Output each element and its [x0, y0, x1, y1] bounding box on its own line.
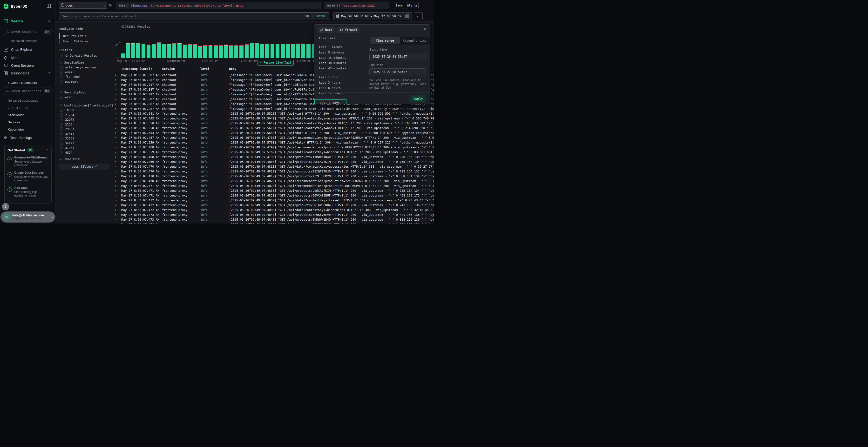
- table-row[interactable]: >May 27 8:50:07.467 AMfrontend-proxyinfo…: [113, 135, 434, 140]
- checkbox[interactable]: [60, 146, 63, 149]
- table-row[interactable]: >May 27 8:50:07.470 AMfrontend-proxyinfo…: [113, 169, 434, 174]
- histogram-bar[interactable]: [162, 44, 166, 58]
- table-row[interactable]: >May 27 8:50:07.468 AMfrontend-proxyinfo…: [113, 154, 434, 160]
- col-timestamp[interactable]: Timestamp (Local): [121, 67, 152, 71]
- checkbox[interactable]: [60, 75, 63, 78]
- checkbox[interactable]: [60, 71, 63, 74]
- histogram-bar[interactable]: [240, 45, 243, 58]
- histogram-bar[interactable]: [265, 44, 269, 58]
- checkbox[interactable]: [60, 123, 63, 126]
- table-row[interactable]: >May 27 8:50:07.541 AMfrontend-proxyinfo…: [113, 111, 434, 116]
- histogram-bar[interactable]: [136, 43, 140, 58]
- table-row[interactable]: >May 27 8:50:07.559 AMfrontend-proxyinfo…: [113, 140, 434, 145]
- histogram-bar[interactable]: [229, 45, 233, 58]
- histogram-bar[interactable]: [131, 43, 135, 58]
- mode-event-patterns[interactable]: Event Patterns: [59, 38, 89, 44]
- histogram-bar[interactable]: [224, 44, 228, 58]
- filter-value[interactable]: 32311: [60, 132, 74, 136]
- table-row[interactable]: >May 27 8:50:07.470 AMfrontend-proxyinfo…: [113, 174, 434, 179]
- table-row[interactable]: >May 27 8:50:07.887 AMcheckoutinfo{"mess…: [113, 106, 434, 111]
- checkbox[interactable]: [60, 96, 63, 99]
- table-row[interactable]: >May 27 8:50:07.473 AMfrontend-proxyinfo…: [113, 217, 434, 222]
- chevron-up-icon[interactable]: [48, 21, 51, 23]
- filter-value[interactable]: 22974: [60, 117, 74, 122]
- histogram-bar[interactable]: [121, 54, 125, 58]
- saved-searches-input[interactable]: Saved Searches ⌘K: [3, 28, 53, 35]
- time-option-last-6-hours[interactable]: Last 6 hours: [314, 85, 365, 91]
- histogram-bar[interactable]: [255, 43, 259, 58]
- time-option-last-1-hour[interactable]: Last 1 hour: [314, 75, 365, 80]
- alerts-button[interactable]: Alerts: [406, 2, 418, 9]
- histogram-bar[interactable]: [214, 45, 217, 58]
- show-more-toggle[interactable]: Show more: [60, 157, 80, 161]
- tab-around-a-time[interactable]: Around a time: [400, 37, 429, 44]
- histogram-bar[interactable]: [193, 44, 197, 58]
- close-icon[interactable]: ×: [424, 27, 426, 31]
- column-separator[interactable]: ⋮: [226, 67, 229, 71]
- time-option-last-30-minutes[interactable]: Last 30 minutes: [314, 61, 365, 66]
- one-hour-forward-button[interactable]: 1h forward: [337, 27, 360, 33]
- histogram-bar[interactable]: [147, 44, 151, 58]
- histogram-bar[interactable]: [286, 44, 290, 58]
- filter-value[interactable]: 29081: [60, 127, 74, 132]
- histogram-bar[interactable]: [183, 44, 187, 58]
- presets-toggle[interactable]: PRESETS: [8, 106, 28, 110]
- filter-value[interactable]: 33261: [60, 136, 74, 141]
- select-clause-input[interactable]: SELECT Timestamp, ServiceName as service…: [116, 2, 320, 9]
- table-row[interactable]: >May 27 8:50:07.468 AMfrontend-proxyinfo…: [113, 145, 434, 150]
- date-range-input[interactable]: May 26 08:50:07 - May 27 08:50:07 d: [334, 12, 412, 20]
- time-option-last-3-hours[interactable]: Last 3 hours: [314, 80, 365, 85]
- denoise-results-checkbox[interactable]: ◐ Denoise Results: [60, 54, 97, 57]
- checkbox[interactable]: [60, 128, 63, 131]
- histogram-bar[interactable]: [260, 44, 264, 58]
- filter-value[interactable]: 4894: [60, 150, 74, 155]
- filter-value[interactable]: 21734: [60, 113, 74, 117]
- lucene-mode-toggle[interactable]: Lucene: [315, 14, 326, 18]
- filter-value[interactable]: 19350: [60, 108, 74, 113]
- sidebar-item-client-sessions[interactable]: Client Sessions: [0, 63, 56, 68]
- table-row[interactable]: >May 27 8:50:07.471 AMfrontend-proxyinfo…: [113, 188, 434, 193]
- preset-kubernetes[interactable]: Kubernetes: [8, 128, 24, 131]
- histogram-bar[interactable]: [276, 44, 279, 58]
- tab-time-range[interactable]: Time range: [370, 37, 400, 44]
- histogram-bar[interactable]: [245, 44, 249, 58]
- table-row[interactable]: >May 27 8:50:07.550 AMfrontend-proxyinfo…: [113, 121, 434, 126]
- source-settings-gear-icon[interactable]: ⚙: [109, 3, 112, 7]
- time-option-last-5-minutes[interactable]: Last 5 minutes: [314, 50, 365, 55]
- sidebar-item-team-settings[interactable]: ⚙ Team Settings: [0, 135, 56, 141]
- saved-dashboards-input[interactable]: Saved Dashboards ⌘K: [3, 87, 53, 94]
- histogram-bar[interactable]: [142, 44, 145, 58]
- preset-services[interactable]: Services: [8, 121, 20, 124]
- histogram-bar[interactable]: [235, 45, 238, 58]
- filter-value[interactable]: 2333: [60, 122, 74, 127]
- help-button[interactable]: ?: [2, 203, 9, 210]
- create-dashboard-button[interactable]: + Create Dashboard: [8, 81, 37, 84]
- table-row[interactable]: >May 27 8:50:07.470 AMfrontend-proxyinfo…: [113, 164, 434, 169]
- data-source-select[interactable]: Logs: [59, 2, 107, 9]
- histogram-bar[interactable]: [152, 44, 156, 58]
- save-button[interactable]: Save: [394, 2, 404, 9]
- filter-value[interactable]: payment: [60, 79, 96, 84]
- histogram-bar[interactable]: [271, 44, 274, 58]
- histogram-bar[interactable]: [296, 44, 300, 58]
- get-started-step[interactable]: ✓ Create Data SourcesConfigure where you…: [7, 170, 49, 182]
- table-row[interactable]: >May 27 8:50:07.469 AMfrontend-proxyinfo…: [113, 160, 434, 164]
- time-option-last-15-minutes[interactable]: Last 15 minutes: [314, 55, 365, 61]
- less-filters-button[interactable]: Less filters: [59, 164, 110, 170]
- table-row[interactable]: >May 27 8:50:07.493 AMfrontend-proxyinfo…: [113, 116, 434, 121]
- filter-value[interactable]: 34423: [60, 141, 74, 146]
- histogram-bar[interactable]: [306, 44, 310, 58]
- checkbox[interactable]: [60, 66, 63, 69]
- sidebar-item-alerts[interactable]: Alerts: [0, 55, 56, 61]
- table-row[interactable]: >May 27 8:50:07.471 AMfrontend-proxyinfo…: [113, 183, 434, 188]
- get-started-step[interactable]: ✓ Add DataStart sending logs, metrics, o…: [7, 185, 49, 198]
- start-time-input[interactable]: 2025-05-26 08:50:07: [369, 53, 426, 60]
- sidebar-item-dashboards[interactable]: Dashboards: [0, 70, 56, 76]
- histogram-bar[interactable]: [219, 45, 223, 58]
- sidebar-item-chart-explorer[interactable]: Chart Explorer: [0, 47, 56, 53]
- table-row[interactable]: >May 27 8:50:07.472 AMfrontend-proxyinfo…: [113, 198, 434, 203]
- table-row[interactable]: >May 27 8:50:07.473 AMfrontend-proxyinfo…: [113, 212, 434, 217]
- filter-group-severitytext[interactable]: SeverityText: [60, 91, 86, 94]
- checkbox[interactable]: [60, 80, 63, 83]
- histogram-bar[interactable]: [157, 42, 161, 58]
